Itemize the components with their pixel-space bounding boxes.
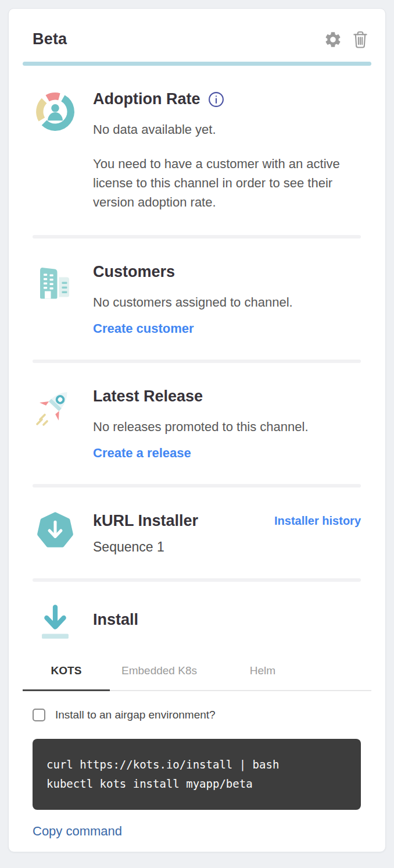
section-customers: Customers No customers assigned to chann… — [23, 239, 371, 336]
airgap-option-row: Install to an airgap environment? — [33, 709, 371, 721]
channel-title: Beta — [33, 30, 67, 48]
airgap-checkbox[interactable] — [33, 709, 45, 721]
info-icon[interactable] — [208, 91, 224, 108]
kurl-installer-title: kURL Installer — [93, 511, 198, 531]
code-line: kubectl kots install myapp/beta — [46, 774, 347, 794]
buildings-icon — [34, 262, 76, 306]
section-adoption-rate: Adoption Rate No data available yet. You… — [23, 66, 371, 212]
adoption-donut-icon — [34, 89, 77, 137]
download-arrow-icon — [36, 603, 74, 648]
install-tabs: KOTS Embedded K8s Helm — [23, 664, 371, 691]
heptagon-download-icon — [35, 511, 75, 553]
code-line: curl https://kots.io/install | bash — [46, 755, 347, 774]
install-command-code[interactable]: curl https://kots.io/install | bash kube… — [33, 739, 361, 809]
customers-empty-text: No customers assigned to channel. — [93, 293, 371, 312]
copy-command-link[interactable]: Copy command — [33, 824, 122, 839]
adoption-empty-description: You need to have a customer with an acti… — [93, 154, 347, 212]
customers-title: Customers — [93, 262, 371, 282]
section-latest-release: Latest Release No releases promoted to t… — [23, 363, 371, 461]
latest-release-title: Latest Release — [93, 386, 371, 407]
latest-release-empty-text: No releases promoted to this channel. — [93, 417, 371, 436]
card-header: Beta — [23, 9, 371, 49]
create-customer-link[interactable]: Create customer — [93, 321, 194, 336]
channel-card: Beta — [8, 8, 386, 852]
header-actions — [324, 30, 369, 49]
adoption-rate-title: Adoption Rate — [93, 89, 200, 109]
tab-embedded-k8s[interactable]: Embedded K8s — [110, 664, 209, 690]
trash-icon[interactable] — [352, 30, 369, 49]
install-title: Install — [93, 610, 371, 630]
rocket-icon — [33, 386, 78, 433]
channel-accent-bar — [23, 62, 371, 66]
installer-history-link[interactable]: Installer history — [274, 514, 361, 528]
gear-icon[interactable] — [324, 30, 342, 49]
tab-kots[interactable]: KOTS — [23, 664, 110, 691]
installer-sequence-text: Sequence 1 — [93, 539, 371, 555]
section-install: Install — [23, 582, 371, 648]
airgap-label[interactable]: Install to an airgap environment? — [55, 709, 216, 721]
adoption-empty-text: No data available yet. — [93, 120, 371, 139]
create-release-link[interactable]: Create a release — [93, 446, 191, 461]
section-kurl-installer: kURL Installer Installer history Sequenc… — [23, 488, 371, 555]
tab-helm[interactable]: Helm — [209, 664, 317, 690]
